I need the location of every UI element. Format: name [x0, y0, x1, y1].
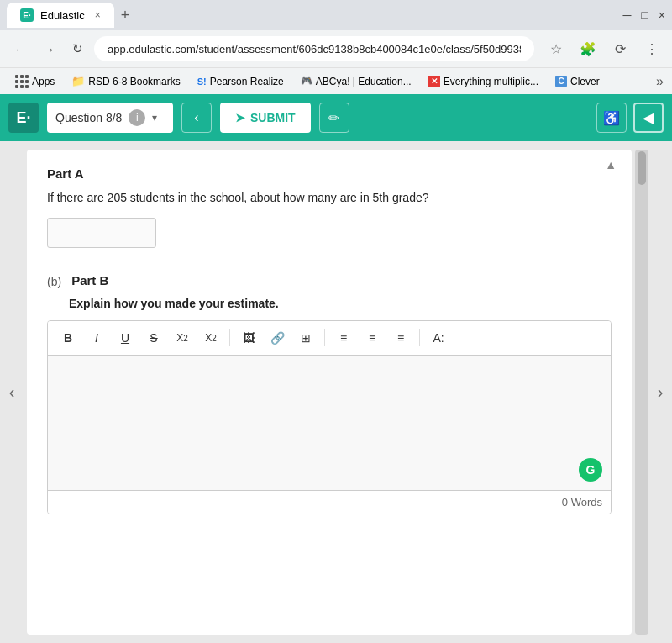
underline-button[interactable]: U	[113, 326, 137, 350]
profile-button[interactable]: ⟳	[608, 37, 632, 61]
minimize-button[interactable]: ─	[622, 8, 631, 22]
part-a-question-text: If there are 205 students in the school,…	[47, 191, 612, 204]
chevron-down-icon: ▾	[152, 112, 157, 124]
star-button[interactable]: ☆	[544, 37, 568, 61]
part-a-label: Part A	[47, 166, 612, 181]
align-left-button[interactable]: ≡	[332, 326, 355, 350]
part-b-label: Part B	[71, 273, 108, 287]
bookmark-multiplic-label: Everything multiplic...	[444, 76, 538, 87]
part-b-header: (b) Part B	[47, 273, 612, 288]
back-nav-button[interactable]: ←	[8, 37, 32, 61]
scroll-right-button[interactable]: ›	[648, 141, 672, 643]
submit-label: SUBMIT	[250, 111, 296, 124]
scrollbar-thumb[interactable]	[638, 151, 646, 185]
table-button[interactable]: ⊞	[294, 326, 318, 350]
apps-grid-icon	[15, 75, 29, 88]
bookmarks-more-button[interactable]: »	[656, 74, 664, 89]
rte-body[interactable]: G	[48, 356, 611, 490]
align-center-button[interactable]: ≡	[360, 326, 384, 350]
submit-button[interactable]: ➤ SUBMIT	[220, 103, 311, 133]
browser-title-bar: E· Edulastic × + ─ □ ×	[0, 0, 672, 30]
align-right-button[interactable]: ≡	[389, 326, 412, 350]
browser-tab[interactable]: E· Edulastic ×	[7, 3, 114, 28]
submit-icon: ➤	[235, 111, 245, 124]
bookmark-clever[interactable]: C Clever	[549, 73, 606, 90]
vertical-scrollbar[interactable]	[635, 150, 648, 635]
image-button[interactable]: 🖼	[237, 326, 260, 350]
pearson-icon: S!	[197, 76, 207, 87]
menu-button[interactable]: ⋮	[640, 37, 664, 61]
scroll-left-button[interactable]: ‹	[0, 141, 24, 643]
bookmarks-bar: Apps 📁 RSD 6-8 Bookmarks S! Pearson Real…	[0, 67, 672, 94]
new-tab-button[interactable]: +	[121, 8, 130, 23]
part-b-question-text: Explain how you made your estimate.	[69, 297, 612, 310]
italic-button[interactable]: I	[85, 326, 108, 350]
subscript-button[interactable]: X2	[171, 326, 194, 350]
bold-button[interactable]: B	[56, 326, 80, 350]
toolbar-separator-3	[419, 329, 420, 346]
folder-icon: 📁	[71, 75, 85, 87]
question-info-icon[interactable]: i	[129, 109, 145, 126]
tab-close-button[interactable]: ×	[95, 9, 101, 21]
go-back-button[interactable]: ◀	[633, 103, 664, 133]
bookmark-pearson[interactable]: S! Pearson Realize	[191, 73, 291, 90]
content-wrapper: ‹ ▲ Part A If there are 205 students in …	[0, 141, 672, 643]
link-button[interactable]: 🔗	[265, 326, 289, 350]
rte-toolbar: B I U S X2 X2 🖼 🔗 ⊞ ≡ ≡ ≡ A:	[48, 321, 611, 356]
bookmark-apps[interactable]: Apps	[8, 72, 61, 91]
toolbar-separator-2	[324, 329, 325, 346]
extensions-button[interactable]: 🧩	[576, 37, 600, 61]
grammarly-badge: G	[579, 458, 602, 482]
bookmark-rsd-label: RSD 6-8 Bookmarks	[88, 76, 180, 87]
font-size-button[interactable]: A:	[427, 326, 450, 350]
multiplic-icon: ✕	[428, 76, 440, 87]
tab-title: Edulastic	[40, 9, 85, 22]
part-b-letter: (b)	[47, 275, 61, 288]
bookmark-abcya[interactable]: 🎮 ABCya! | Education...	[294, 73, 418, 90]
app-header: E· Question 8/8 i ▾ ‹ ➤ SUBMIT ✏ ♿ ◀	[0, 94, 672, 141]
bookmark-multiplic[interactable]: ✕ Everything multiplic...	[422, 73, 545, 90]
scroll-top-indicator: ▲	[605, 158, 617, 171]
address-bar: ← → ↻ ☆ 🧩 ⟳ ⋮	[0, 30, 672, 67]
pencil-tool-button[interactable]: ✏	[319, 103, 349, 133]
window-controls: ─ □ ×	[622, 8, 665, 22]
address-input[interactable]	[94, 36, 534, 61]
main-content-area: ▲ Part A If there are 205 students in th…	[27, 150, 632, 635]
bookmark-abcya-label: ABCya! | Education...	[316, 76, 412, 87]
previous-question-button[interactable]: ‹	[181, 103, 212, 133]
maximize-button[interactable]: □	[641, 8, 648, 22]
word-count: 0 Words	[562, 496, 602, 509]
close-button[interactable]: ×	[659, 8, 665, 22]
rich-text-editor[interactable]: B I U S X2 X2 🖼 🔗 ⊞ ≡ ≡ ≡ A: G	[47, 320, 612, 514]
toolbar-separator-1	[229, 329, 230, 346]
refresh-button[interactable]: ↻	[66, 37, 89, 61]
bookmark-clever-label: Clever	[570, 76, 600, 87]
app-logo: E·	[8, 103, 39, 133]
rte-footer: 0 Words	[48, 490, 611, 514]
superscript-button[interactable]: X2	[199, 326, 223, 350]
strikethrough-button[interactable]: S	[142, 326, 165, 350]
bookmark-pearson-label: Pearson Realize	[210, 76, 284, 87]
bookmark-rsd[interactable]: 📁 RSD 6-8 Bookmarks	[65, 72, 186, 90]
accessibility-button[interactable]: ♿	[596, 103, 627, 133]
part-a-answer-input[interactable]	[47, 218, 156, 248]
browser-toolbar-icons: ☆ 🧩 ⟳ ⋮	[544, 37, 664, 61]
abcya-icon: 🎮	[301, 76, 312, 87]
clever-icon: C	[555, 76, 567, 87]
tab-favicon: E·	[20, 8, 34, 22]
bookmark-apps-label: Apps	[32, 76, 55, 87]
header-right-controls: ♿ ◀	[596, 103, 664, 133]
question-selector[interactable]: Question 8/8 i ▾	[47, 103, 173, 133]
question-label: Question 8/8	[55, 111, 122, 124]
forward-nav-button[interactable]: →	[37, 37, 60, 61]
